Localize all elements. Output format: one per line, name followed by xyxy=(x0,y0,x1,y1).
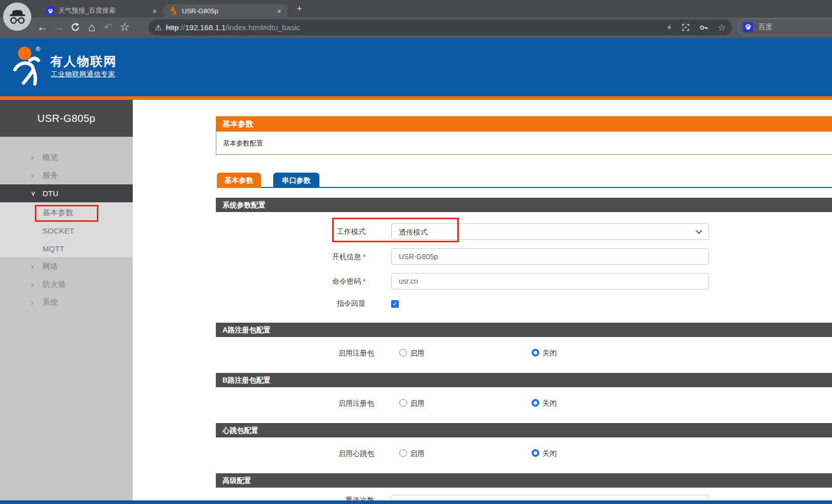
sidebar-item-label: 网络 xyxy=(43,262,58,271)
reg-b-enable-label: 启用注册包 xyxy=(276,398,374,408)
tab-title: USR-G805p xyxy=(182,7,272,15)
reg-a-enable-label: 启用注册包 xyxy=(276,348,374,358)
heartbeat-radio-disable-label[interactable]: 关闭 xyxy=(542,449,557,458)
heartbeat-radio-disable[interactable] xyxy=(532,449,539,457)
sidebar-item-label: DTU xyxy=(43,189,58,198)
tab-close-icon[interactable]: × xyxy=(151,7,158,15)
reg-a-radio-disable-label[interactable]: 关闭 xyxy=(542,349,557,358)
required-asterisk: * xyxy=(363,253,366,261)
section-heartbeat: 心跳包配置 xyxy=(216,423,832,437)
annotation-box-work-mode xyxy=(332,218,459,242)
not-secure-warning-icon: ⚠ xyxy=(155,23,161,32)
reg-b-radio-enable-label[interactable]: 启用 xyxy=(410,399,424,408)
page-title: 基本参数 xyxy=(216,116,832,132)
baidu-favicon xyxy=(46,7,54,15)
bottom-blue-bar xyxy=(0,500,832,504)
back-icon[interactable]: ← xyxy=(35,17,50,38)
home-icon[interactable]: ⌂ xyxy=(84,17,99,38)
chevron-right-icon: › xyxy=(31,171,39,180)
tab-close-icon[interactable]: × xyxy=(276,7,282,15)
sidebar-subitem-socket[interactable]: SOCKET xyxy=(0,222,133,240)
header-orange-stripe xyxy=(0,96,832,100)
chevron-down-icon: ∨ xyxy=(31,190,39,197)
tab-basic-params[interactable]: 基本参数 xyxy=(217,173,261,188)
boot-info-label-text: 开机信息 xyxy=(332,253,361,261)
brand-slogan: 工业物联网通信专家 xyxy=(51,70,115,79)
url-text[interactable]: http://192.168.1.1/index.html#dtu_basic xyxy=(166,23,657,32)
reg-a-radio-enable-label[interactable]: 启用 xyxy=(410,349,424,358)
forward-icon[interactable]: → xyxy=(51,17,67,38)
usr-logo: ® xyxy=(11,43,45,89)
tab-serial-params[interactable]: 串口参数 xyxy=(273,173,319,188)
device-title: USR-G805p xyxy=(0,100,133,137)
select-chevron-icon xyxy=(696,227,702,234)
heartbeat-radio-enable-label[interactable]: 启用 xyxy=(410,449,424,458)
sidebar-item-label: 系统 xyxy=(43,298,58,307)
new-tab-button[interactable]: + xyxy=(293,3,306,15)
favorite-star-icon[interactable]: ☆ xyxy=(718,22,726,33)
undo-icon[interactable]: ↶ xyxy=(100,17,116,38)
site-header: ® 有人物联网 工业物联网通信专家 xyxy=(0,38,832,96)
reg-b-radio-enable[interactable] xyxy=(399,399,407,407)
capture-brackets-icon[interactable] xyxy=(681,23,690,32)
section-reg-b: B路注册包配置 xyxy=(216,373,832,387)
sidebar-item-services[interactable]: › 服务 xyxy=(0,166,133,184)
tab-usr-g805p[interactable]: USR-G805p × xyxy=(165,4,288,17)
baidu-search-label: 百度 xyxy=(758,23,773,32)
sidebar-item-system[interactable]: › 系统 xyxy=(0,293,133,311)
reg-b-radio-disable[interactable] xyxy=(532,399,539,407)
baidu-search-pill[interactable]: 百度 xyxy=(738,18,832,35)
main-content: 基本参数 基本参数配置 基本参数 串口参数 系统参数配置 工作模式 透传模式 开… xyxy=(133,100,832,504)
sidebar-item-label: 概览 xyxy=(43,153,58,162)
url-host: 192.168.1.1 xyxy=(185,23,226,32)
sidebar-item-firewall[interactable]: › 防火墙 xyxy=(0,276,133,293)
required-asterisk: * xyxy=(363,278,366,285)
sidebar-item-label: 防火墙 xyxy=(43,280,66,289)
incognito-icon xyxy=(9,9,26,25)
section-reg-a: A路注册包配置 xyxy=(216,323,832,337)
browser-tab-strip: 天气预报_百度搜索 × USR-G805p × + xyxy=(0,0,832,17)
chevron-right-icon: › xyxy=(31,298,39,307)
usr-favicon xyxy=(170,7,178,15)
chevron-right-icon: › xyxy=(31,280,39,289)
incognito-badge[interactable] xyxy=(3,3,31,31)
tab-divider xyxy=(163,7,164,14)
page-subtitle: 基本参数配置 xyxy=(216,132,832,155)
sidebar-item-dtu[interactable]: ∨ DTU xyxy=(0,184,133,202)
reload-icon[interactable] xyxy=(68,17,83,38)
address-bar[interactable]: ⚠ http://192.168.1.1/index.html#dtu_basi… xyxy=(149,19,732,35)
sidebar-subitem-mqtt[interactable]: MQTT xyxy=(0,240,133,258)
boot-info-input[interactable] xyxy=(391,248,709,265)
sidebar-item-network[interactable]: › 网络 xyxy=(0,258,133,276)
lightning-icon[interactable]: ⚡ xyxy=(666,23,672,32)
tab-weather-baidu[interactable]: 天气预报_百度搜索 × xyxy=(41,4,163,17)
heartbeat-enable-label: 启用心跳包 xyxy=(276,449,374,458)
reg-b-radio-disable-label[interactable]: 关闭 xyxy=(542,399,557,408)
url-separator: :// xyxy=(178,23,185,32)
cmd-password-label-text: 命令密码 xyxy=(332,277,361,285)
baidu-icon xyxy=(743,22,753,32)
sidebar-subitem-label: SOCKET xyxy=(43,226,74,235)
cmd-password-input[interactable] xyxy=(391,273,709,289)
sidebar-item-overview[interactable]: › 概览 xyxy=(0,149,133,166)
section-advanced: 高级配置 xyxy=(216,473,832,488)
cmd-password-label: 命令密码* xyxy=(287,273,366,289)
sidebar-subitem-label: MQTT xyxy=(43,244,65,253)
registered-mark: ® xyxy=(35,46,41,53)
boot-info-label: 开机信息* xyxy=(287,248,366,265)
chevron-right-icon: › xyxy=(31,153,39,162)
section-system-params: 系统参数配置 xyxy=(216,198,832,212)
bookmark-star-icon[interactable]: ☆ xyxy=(117,17,132,38)
annotation-box-basic-params xyxy=(35,205,98,222)
sidebar-item-label: 服务 xyxy=(43,171,58,180)
sidebar: USR-G805p › 概览 › 服务 ∨ DTU 基本参数 SOCKET MQ… xyxy=(0,100,133,504)
url-path: /index.html#dtu_basic xyxy=(226,23,300,32)
tab-title: 天气预报_百度搜索 xyxy=(58,6,147,15)
reg-a-radio-enable[interactable] xyxy=(399,349,407,356)
reg-a-radio-disable[interactable] xyxy=(532,349,539,356)
key-icon[interactable] xyxy=(699,23,708,32)
echo-checkbox[interactable]: ✓ xyxy=(391,300,399,308)
heartbeat-radio-enable[interactable] xyxy=(399,449,407,457)
url-scheme: http xyxy=(166,23,178,32)
echo-label: 指令回显 xyxy=(287,298,366,309)
